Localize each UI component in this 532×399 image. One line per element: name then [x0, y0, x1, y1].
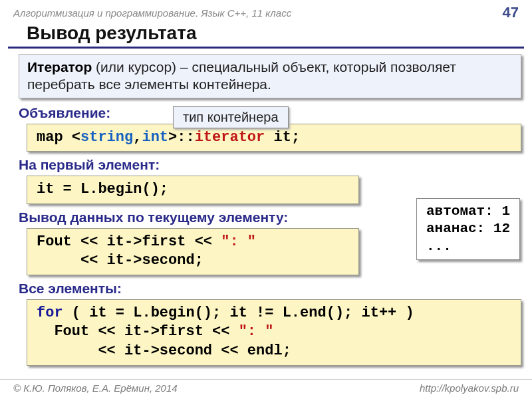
footer-url: http://kpolyakov.spb.ru — [420, 382, 519, 394]
code-all-elements: for ( it = L.begin(); it != L.end(); it+… — [27, 299, 521, 366]
slide-title: Вывод результата — [8, 21, 524, 49]
footer-authors: © К.Ю. Поляков, Е.А. Ерёмин, 2014 — [13, 382, 178, 394]
slide-footer: © К.Ю. Поляков, Е.А. Ерёмин, 2014 http:/… — [0, 379, 532, 396]
code-current-output: Fout << it->first << ": " << it->second; — [27, 228, 359, 275]
page-number: 47 — [503, 4, 519, 21]
definition-text: (или курсор) – специальный объект, котор… — [27, 59, 456, 92]
callout-container-type: тип контейнера — [173, 106, 289, 128]
course-title: Алгоритмизация и программирование. Язык … — [13, 7, 291, 19]
output-sample: автомат: 1 ананас: 12 ... — [416, 198, 520, 260]
definition-box: Итератор (или курсор) – специальный объе… — [19, 54, 521, 98]
code-first-element: it = L.begin(); — [27, 176, 359, 204]
section-first-element: На первый элемент: — [19, 157, 532, 173]
definition-term: Итератор — [27, 59, 92, 74]
section-all-elements: Все элементы: — [19, 281, 532, 297]
slide-header: Алгоритмизация и программирование. Язык … — [0, 0, 532, 21]
